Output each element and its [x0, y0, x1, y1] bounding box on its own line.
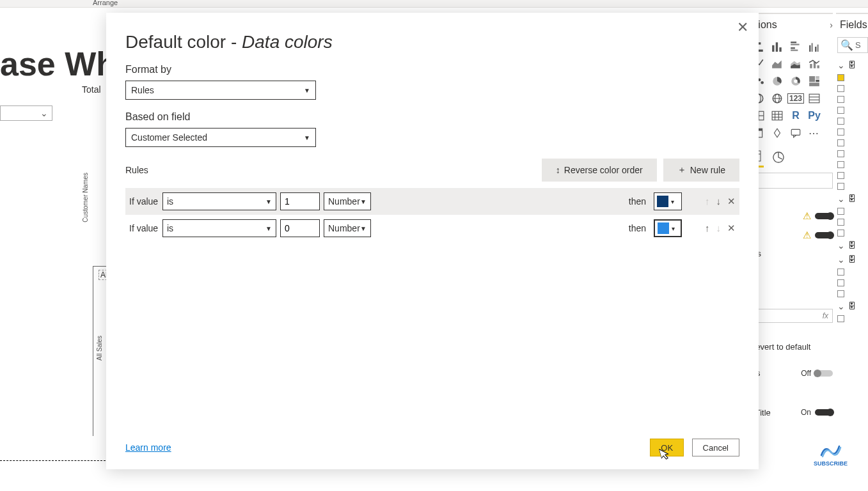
- revert-to-default[interactable]: Revert to default: [750, 341, 833, 353]
- checkbox[interactable]: [837, 161, 844, 168]
- rules-label: Rules: [125, 165, 148, 175]
- viz-gauge-icon[interactable]: 123: [787, 90, 805, 107]
- viz-clustered-bar-icon[interactable]: [787, 38, 805, 55]
- checkbox[interactable]: [837, 118, 844, 125]
- data-labels-state: Off: [801, 369, 811, 378]
- checkbox[interactable]: [837, 139, 844, 146]
- checkbox[interactable]: [837, 269, 844, 276]
- field-table-expanded[interactable]: ⌄🗄: [836, 58, 868, 72]
- learn-more-link[interactable]: Learn more: [125, 442, 171, 453]
- move-up-icon[interactable]: ↑: [705, 222, 710, 234]
- field-item[interactable]: [836, 217, 868, 228]
- viz-decomposition-icon[interactable]: [768, 125, 786, 141]
- viz-python-icon[interactable]: Py: [805, 107, 823, 124]
- field-item[interactable]: [836, 170, 868, 181]
- rule-operator-select[interactable]: is▼: [162, 219, 276, 237]
- checkbox[interactable]: [837, 172, 844, 179]
- viz-donut-icon[interactable]: [787, 73, 805, 90]
- field-item[interactable]: [836, 148, 868, 159]
- checkbox[interactable]: [837, 290, 844, 297]
- viz-card-icon[interactable]: [805, 90, 823, 107]
- format-by-label: Format by: [125, 64, 739, 75]
- rule-type-select[interactable]: Number▼: [324, 192, 371, 210]
- checkbox[interactable]: [837, 183, 844, 190]
- delete-rule-icon[interactable]: ✕: [727, 196, 736, 207]
- toggle-on[interactable]: [815, 213, 833, 219]
- cancel-button[interactable]: Cancel: [692, 439, 739, 456]
- viz-clustered-column-icon[interactable]: [805, 38, 823, 55]
- field-item[interactable]: [836, 313, 868, 324]
- rule-value-input[interactable]: [280, 192, 320, 210]
- field-item[interactable]: [836, 288, 868, 299]
- viz-filled-map-icon[interactable]: [768, 90, 786, 107]
- checkbox[interactable]: [837, 219, 844, 226]
- format-prop-row[interactable]: ⚠: [750, 226, 833, 245]
- new-rule-button[interactable]: ＋New rule: [663, 159, 739, 182]
- move-down-icon[interactable]: ↓: [716, 196, 722, 207]
- format-data-labels[interactable]: els Off: [750, 364, 833, 382]
- viz-stacked-column-icon[interactable]: [768, 38, 786, 55]
- field-item[interactable]: [836, 116, 868, 127]
- checkbox[interactable]: [837, 107, 844, 114]
- field-item[interactable]: [836, 83, 868, 94]
- toggle-off[interactable]: [815, 370, 833, 377]
- field-item[interactable]: [836, 228, 868, 238]
- checkbox[interactable]: [837, 315, 844, 322]
- field-item[interactable]: [836, 181, 868, 192]
- subscribe-badge[interactable]: SUBSCRIBE: [814, 442, 848, 467]
- rule-operator-select[interactable]: is▼: [162, 192, 276, 210]
- format-tab-icon[interactable]: [771, 150, 785, 167]
- rule-value-input[interactable]: [280, 219, 320, 237]
- viz-pie-icon[interactable]: [768, 73, 786, 90]
- format-data-colors[interactable]: ors: [750, 245, 833, 262]
- field-table-expanded[interactable]: ⌄🗄: [836, 192, 868, 206]
- field-table-collapsed[interactable]: ⌄🗄: [836, 253, 868, 267]
- delete-rule-icon[interactable]: ✕: [727, 222, 736, 234]
- checkbox[interactable]: [837, 129, 844, 136]
- chevron-right-icon[interactable]: ›: [830, 20, 833, 30]
- viz-line-stacked-column-icon[interactable]: [805, 56, 823, 72]
- viz-area-icon[interactable]: [768, 56, 786, 72]
- checkbox[interactable]: [837, 150, 844, 157]
- field-item[interactable]: [836, 159, 868, 170]
- rule-type-select[interactable]: Number▼: [324, 219, 371, 237]
- format-title[interactable]: ›Title On: [750, 403, 833, 421]
- reverse-color-order-button[interactable]: ↕Reverse color order: [542, 159, 657, 182]
- checkbox[interactable]: [837, 96, 844, 103]
- viz-qa-icon[interactable]: [787, 125, 805, 141]
- viz-r-script-icon[interactable]: R: [787, 107, 805, 124]
- based-on-field-select[interactable]: Customer Selected ▼: [125, 128, 316, 147]
- field-item[interactable]: [836, 127, 868, 137]
- field-item[interactable]: [836, 277, 868, 288]
- color-swatch: [658, 222, 669, 234]
- fields-search[interactable]: 🔍S: [837, 37, 868, 53]
- slicer-dropdown[interactable]: ⌄: [0, 105, 52, 121]
- color-picker[interactable]: ▾: [654, 219, 682, 237]
- toggle-on[interactable]: [815, 232, 833, 238]
- viz-stacked-area-icon[interactable]: [787, 56, 805, 72]
- format-by-value: Rules: [131, 85, 154, 95]
- checkbox[interactable]: [837, 230, 844, 237]
- checkbox[interactable]: [837, 279, 844, 286]
- field-item[interactable]: [836, 105, 868, 116]
- field-item[interactable]: [836, 72, 868, 83]
- field-table-expanded[interactable]: ⌄🗄: [836, 238, 868, 253]
- checkbox[interactable]: [837, 74, 844, 81]
- format-by-select[interactable]: Rules ▼: [125, 81, 316, 100]
- viz-matrix-icon[interactable]: [768, 107, 786, 124]
- close-button[interactable]: ✕: [737, 20, 748, 35]
- field-item[interactable]: [836, 94, 868, 105]
- field-table-collapsed[interactable]: ⌄🗄: [836, 299, 868, 313]
- checkbox[interactable]: [837, 208, 844, 215]
- format-prop-row[interactable]: ⚠: [750, 207, 833, 226]
- color-picker[interactable]: ▾: [654, 192, 682, 210]
- field-item[interactable]: [836, 137, 868, 148]
- field-item[interactable]: [836, 206, 868, 217]
- toggle-on[interactable]: [815, 409, 833, 416]
- checkbox[interactable]: [837, 85, 844, 92]
- field-item[interactable]: [836, 267, 868, 277]
- fx-button[interactable]: fx: [750, 309, 833, 323]
- viz-more-icon[interactable]: ⋯: [805, 125, 823, 141]
- format-search[interactable]: h: [750, 173, 833, 189]
- viz-treemap-icon[interactable]: [805, 73, 823, 90]
